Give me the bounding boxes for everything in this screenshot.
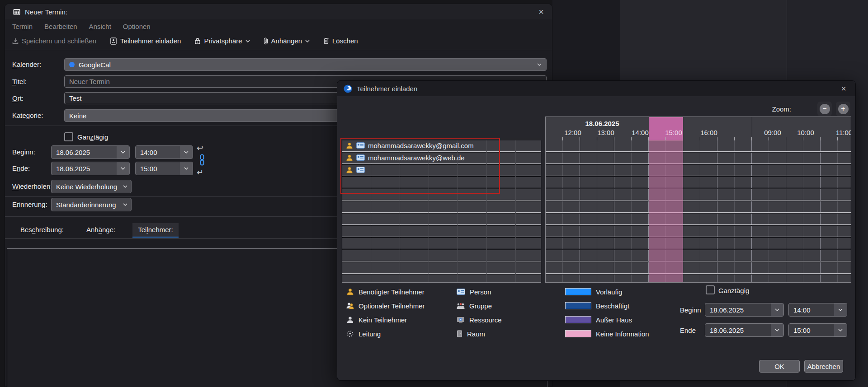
chevron-down-icon [834, 303, 847, 316]
legend-chair: Leitung [346, 328, 381, 339]
start-time-select[interactable]: 14:00 [135, 145, 193, 159]
legend-room: Raum [457, 328, 485, 339]
grid-date-label: 18.06.2025 [568, 120, 636, 127]
calendar-color-dot [69, 62, 75, 67]
zoom-label: Zoom: [766, 105, 791, 113]
minus-icon: − [820, 104, 830, 114]
chevron-down-icon [834, 324, 847, 336]
end-date-select[interactable]: 18.06.2025 [51, 162, 130, 175]
menu-bearbeiten[interactable]: Bearbeiten [44, 23, 77, 30]
tab-beschreibung[interactable]: Beschreibung: [15, 223, 69, 238]
undo-arrow-icon: ↩ [197, 143, 203, 153]
end-time-select[interactable]: 15:00 [135, 162, 193, 175]
legend-group: Gruppe [457, 300, 492, 311]
dialog-start-date-select[interactable]: 18.06.2025 [705, 303, 784, 317]
chair-icon [346, 330, 354, 337]
erinnerung-label: Erinnerung: [12, 200, 47, 208]
zoom-in-button[interactable]: + [836, 102, 850, 116]
start-date-select[interactable]: 18.06.2025 [51, 145, 130, 159]
dialog-end-time-select[interactable]: 15:00 [788, 323, 847, 337]
day-boundary-line [752, 117, 752, 283]
calendar-icon [13, 9, 20, 15]
cancel-button[interactable]: Abbrechen [804, 360, 843, 373]
privacy-button[interactable]: Privatsphäre [194, 37, 250, 45]
busy-swatch [565, 302, 591, 309]
legend-busy: Beschäftigt [565, 300, 629, 311]
time-label: 10:00 [796, 129, 816, 136]
chevron-down-icon [771, 303, 783, 316]
menu-termin[interactable]: Termin [12, 23, 33, 30]
resource-icon [457, 317, 465, 323]
legend-none: Kein Teilnehmer [346, 314, 407, 325]
editor-menubar: Termin Bearbeiten Ansicht Optionen [5, 20, 552, 32]
save-close-button[interactable]: Speichern und schließen [12, 37, 96, 45]
dialog-allday-checkbox[interactable] [706, 285, 715, 294]
delete-button[interactable]: Löschen [323, 37, 358, 45]
time-label: 14:00 [630, 129, 650, 136]
contact-badge-icon [110, 37, 117, 45]
annotation-red-box [340, 138, 500, 194]
lock-icon [194, 37, 201, 44]
zoom-out-button[interactable]: − [817, 102, 832, 116]
person-card-icon [457, 289, 465, 295]
calendar-select[interactable]: GoogleCal [64, 58, 547, 71]
dialog-start-time-select[interactable]: 14:00 [788, 303, 847, 317]
room-icon [457, 330, 462, 337]
dialog-title: Teilnehmer einladen [357, 85, 417, 93]
grid-header-ticks [546, 137, 851, 140]
menu-optionen[interactable]: Optionen [123, 23, 151, 30]
kategorie-label: Kategorie: [12, 112, 43, 119]
tab-teilnehmer[interactable]: Teilnehmer: [132, 223, 179, 238]
tab-anhaenge[interactable]: Anhänge: [81, 223, 121, 238]
chevron-down-icon [117, 162, 129, 175]
freebusy-grid[interactable]: 18.06.2025 12:00 13:00 14:00 15:00 16:00… [545, 117, 851, 283]
required-attendee-icon [346, 288, 354, 295]
attach-button[interactable]: Anhängen [264, 37, 310, 45]
chevron-down-icon [771, 324, 783, 336]
save-icon [12, 38, 19, 44]
optional-attendee-icon [346, 302, 354, 309]
legend-noinfo: Keine Information [565, 328, 649, 339]
editor-close-button[interactable]: × [537, 7, 546, 16]
dialog-close-button[interactable]: × [839, 84, 848, 93]
ok-button[interactable]: OK [759, 360, 800, 373]
kalender-label: Kalender: [12, 61, 41, 68]
dialog-ende-label: Ende [680, 326, 696, 334]
ort-label: Ort: [12, 94, 24, 102]
legend-required: Benötigter Teilnehmer [346, 286, 425, 297]
dialog-beginn-label: Beginn [680, 306, 701, 314]
invite-attendees-dialog: Teilnehmer einladen × Zoom: − + mohammad… [337, 80, 856, 381]
time-label: 16:00 [699, 129, 719, 136]
wiederholen-label: Wiederholen: [12, 182, 52, 190]
menu-ansicht[interactable]: Ansicht [89, 23, 111, 30]
time-label: 09:00 [763, 129, 783, 136]
link-dates-icon[interactable] [199, 154, 205, 166]
paperclip-icon [264, 37, 268, 45]
allday-checkbox[interactable] [64, 132, 73, 141]
tentative-swatch [565, 288, 591, 295]
repeat-select[interactable]: Keine Wiederholung [51, 180, 132, 193]
noinfo-swatch [565, 330, 591, 337]
legend-person: Person [457, 286, 491, 297]
chevron-down-icon [117, 146, 129, 159]
titel-label: Titel: [12, 78, 27, 85]
time-label: 13:00 [596, 129, 616, 136]
editor-tabs: Beschreibung: Anhänge: Teilnehmer: [15, 223, 179, 238]
allday-label: Ganztägig [77, 133, 108, 141]
time-label: 12:00 [563, 129, 583, 136]
ende-label: Ende: [12, 164, 30, 172]
legend-tentative: Vorläufig [565, 286, 622, 297]
time-label: 11:00 [834, 129, 851, 136]
outofoffice-swatch [565, 316, 591, 323]
reminder-select[interactable]: Standarderinnerung [51, 198, 132, 211]
group-icon [457, 303, 465, 309]
invite-attendees-button[interactable]: Teilnehmer einladen [110, 37, 181, 45]
no-attendee-icon [346, 316, 354, 323]
chevron-down-icon [180, 162, 193, 175]
editor-titlebar: Neuer Termin: × [5, 4, 552, 19]
dialog-allday-label: Ganztägig [718, 287, 749, 294]
grid-header: 18.06.2025 12:00 13:00 14:00 15:00 16:00… [546, 117, 851, 140]
chevron-down-icon [180, 146, 193, 159]
dialog-end-date-select[interactable]: 18.06.2025 [705, 323, 784, 337]
grid-body[interactable] [546, 140, 851, 283]
